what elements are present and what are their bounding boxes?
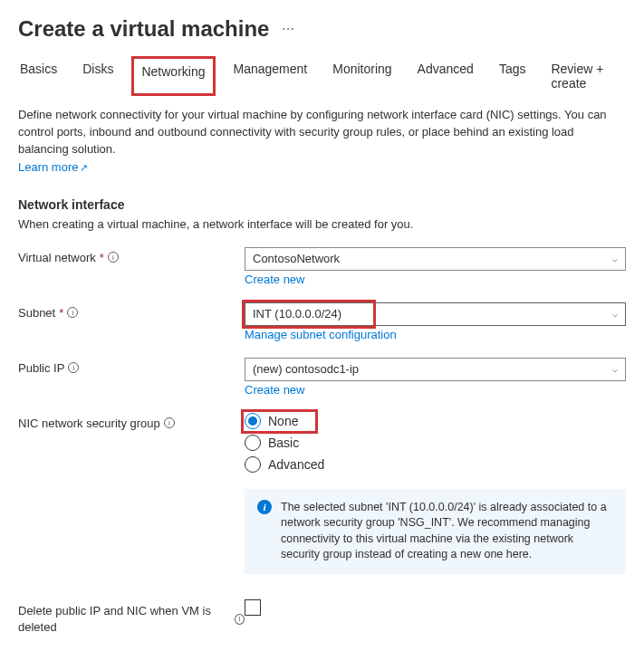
nsg-radio-group: None Basic Advanced — [245, 413, 626, 473]
delete-ip-label: Delete public IP and NIC when VM is dele… — [18, 603, 231, 636]
chevron-down-icon: ⌵ — [612, 364, 618, 374]
external-link-icon: ↗ — [80, 162, 88, 173]
info-circle-icon: i — [257, 500, 272, 514]
section-desc-network-interface: When creating a virtual machine, a netwo… — [18, 217, 626, 231]
page-title: Create a virtual machine — [18, 16, 269, 42]
info-icon[interactable]: i — [164, 417, 175, 428]
subnet-label: Subnet — [18, 306, 55, 320]
info-icon[interactable]: i — [68, 362, 79, 373]
tab-monitoring[interactable]: Monitoring — [331, 58, 393, 94]
nsg-info-text: The selected subnet 'INT (10.0.0.0/24)' … — [281, 500, 613, 563]
vnet-select[interactable]: ContosoNetwork ⌵ — [245, 247, 626, 271]
chevron-down-icon: ⌵ — [612, 309, 618, 319]
public-ip-label: Public IP — [18, 361, 64, 375]
radio-icon — [245, 456, 261, 473]
vnet-value: ContosoNetwork — [253, 252, 340, 265]
public-ip-create-new-link[interactable]: Create new — [245, 383, 304, 397]
subnet-manage-link[interactable]: Manage subnet configuration — [245, 328, 397, 341]
info-icon[interactable]: i — [235, 614, 245, 625]
more-actions-icon[interactable]: ⋯ — [282, 22, 295, 36]
info-icon[interactable]: i — [67, 307, 78, 318]
subnet-select[interactable]: INT (10.0.0.0/24) ⌵ — [245, 302, 626, 326]
section-title-network-interface: Network interface — [18, 197, 626, 212]
subnet-value: INT (10.0.0.0/24) — [253, 307, 341, 321]
tab-networking[interactable]: Networking — [139, 61, 207, 82]
tab-management[interactable]: Management — [232, 58, 310, 94]
info-icon[interactable]: i — [108, 252, 119, 263]
delete-ip-checkbox[interactable] — [245, 599, 261, 616]
nsg-info-box: i The selected subnet 'INT (10.0.0.0/24)… — [245, 489, 626, 574]
public-ip-select[interactable]: (new) contosodc1-ip ⌵ — [245, 358, 626, 381]
nsg-radio-advanced[interactable]: Advanced — [245, 456, 626, 473]
radio-icon — [245, 435, 261, 451]
vnet-label: Virtual network — [18, 251, 96, 264]
tab-disks[interactable]: Disks — [81, 58, 115, 94]
nsg-radio-none[interactable]: None — [245, 413, 298, 429]
nsg-none-label: None — [268, 414, 298, 428]
tab-advanced[interactable]: Advanced — [416, 58, 476, 94]
networking-description: Define network connectivity for your vir… — [18, 107, 626, 158]
nsg-basic-label: Basic — [268, 436, 299, 450]
public-ip-value: (new) contosodc1-ip — [253, 362, 359, 376]
learn-more-link[interactable]: Learn more↗ — [18, 160, 88, 174]
nsg-advanced-label: Advanced — [268, 457, 324, 472]
nsg-label: NIC network security group — [18, 416, 160, 430]
radio-icon — [245, 413, 261, 429]
tabs-nav: Basics Disks Networking Management Monit… — [18, 58, 626, 94]
chevron-down-icon: ⌵ — [612, 254, 618, 263]
tab-basics[interactable]: Basics — [18, 58, 59, 94]
vnet-create-new-link[interactable]: Create new — [245, 273, 304, 286]
nsg-radio-basic[interactable]: Basic — [245, 435, 626, 451]
required-indicator: * — [100, 251, 104, 264]
tab-review[interactable]: Review + create — [549, 58, 626, 94]
required-indicator: * — [59, 306, 63, 320]
tab-tags[interactable]: Tags — [497, 58, 528, 94]
